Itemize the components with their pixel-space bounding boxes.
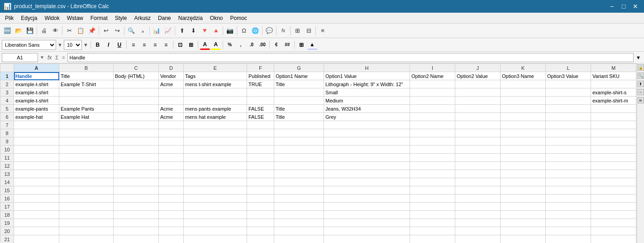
cell-B7[interactable]: [59, 121, 114, 129]
row-header-9[interactable]: 9: [0, 137, 14, 146]
cell-A15[interactable]: [14, 186, 59, 194]
cell-F7[interactable]: [247, 121, 274, 129]
cell-L10[interactable]: [546, 146, 591, 154]
cell-C5[interactable]: [114, 105, 159, 113]
cell-H4[interactable]: Medium: [324, 97, 410, 105]
cell-D20[interactable]: [159, 227, 184, 235]
bold-button[interactable]: B: [93, 40, 103, 50]
cell-D8[interactable]: [159, 129, 184, 137]
cell-D18[interactable]: [159, 211, 184, 219]
merge-cells-button[interactable]: ⊡: [175, 40, 185, 50]
cell-C3[interactable]: [114, 88, 159, 97]
cell-L9[interactable]: [546, 137, 591, 146]
row-header-3[interactable]: 3: [0, 88, 14, 97]
cell-E9[interactable]: [184, 137, 247, 146]
align-center-button[interactable]: ≡: [139, 40, 149, 50]
col-header-F[interactable]: F: [247, 64, 274, 72]
cell-C7[interactable]: [114, 121, 159, 129]
cell-H3[interactable]: Small: [324, 88, 410, 97]
cell-F12[interactable]: [247, 162, 274, 170]
cell-I14[interactable]: [410, 178, 455, 186]
cell-D7[interactable]: [159, 121, 184, 129]
cell-L11[interactable]: [546, 154, 591, 162]
cell-G9[interactable]: [274, 137, 324, 146]
highlight-button[interactable]: A: [211, 40, 221, 50]
cell-G11[interactable]: [274, 154, 324, 162]
cell-C1[interactable]: Body (HTML): [114, 72, 159, 80]
cell-C13[interactable]: [114, 170, 159, 178]
cell-K21[interactable]: [501, 235, 546, 243]
menu-wstaw[interactable]: Wstaw: [64, 14, 86, 23]
cell-C20[interactable]: [114, 227, 159, 235]
filter-button[interactable]: 🔻: [199, 25, 210, 36]
cell-J8[interactable]: [455, 129, 501, 137]
cell-A20[interactable]: [14, 227, 59, 235]
cell-D11[interactable]: [159, 154, 184, 162]
cell-L20[interactable]: [546, 227, 591, 235]
cell-A6[interactable]: example-hat: [14, 113, 59, 121]
cell-H2[interactable]: Lithograph - Height: 9" x Width: 12": [324, 80, 410, 88]
cell-J10[interactable]: [455, 146, 501, 154]
underline-button[interactable]: U: [114, 40, 124, 50]
insert-chart-button[interactable]: 📈: [162, 25, 173, 36]
cell-M15[interactable]: [591, 186, 636, 194]
cell-K2[interactable]: [501, 80, 546, 88]
col-header-L[interactable]: L: [546, 64, 591, 72]
cell-L21[interactable]: [546, 235, 591, 243]
col-header-I[interactable]: I: [410, 64, 455, 72]
cell-F4[interactable]: [247, 97, 274, 105]
cell-K10[interactable]: [501, 146, 546, 154]
sidebar-btn-3[interactable]: ⬆: [638, 81, 644, 87]
find-button[interactable]: 🔍: [126, 25, 137, 36]
cell-M8[interactable]: [591, 129, 636, 137]
cell-C8[interactable]: [114, 129, 159, 137]
formula-button[interactable]: fx: [278, 25, 289, 36]
italic-button[interactable]: I: [104, 40, 114, 50]
cell-G8[interactable]: [274, 129, 324, 137]
formula-input[interactable]: [67, 53, 634, 62]
cell-G7[interactable]: [274, 121, 324, 129]
cell-K19[interactable]: [501, 219, 546, 227]
cell-L16[interactable]: [546, 194, 591, 203]
hyperlink-button[interactable]: 🌐: [250, 25, 261, 36]
cell-J16[interactable]: [455, 194, 501, 203]
cell-H11[interactable]: [324, 154, 410, 162]
sidebar-btn-2[interactable]: 🔍: [638, 73, 644, 79]
cell-F3[interactable]: [247, 88, 274, 97]
cell-B5[interactable]: Example Pants: [59, 105, 114, 113]
cell-I21[interactable]: [410, 235, 455, 243]
cell-G1[interactable]: Option1 Name: [274, 72, 324, 80]
cell-E3[interactable]: [184, 88, 247, 97]
cell-L18[interactable]: [546, 211, 591, 219]
borders-format-button[interactable]: ⊞: [296, 40, 306, 50]
cell-A10[interactable]: [14, 146, 59, 154]
row-header-14[interactable]: 14: [0, 178, 14, 186]
row-header-1[interactable]: 1: [0, 72, 14, 80]
cell-H18[interactable]: [324, 211, 410, 219]
cell-K15[interactable]: [501, 186, 546, 194]
cell-I3[interactable]: [410, 88, 455, 97]
cell-J21[interactable]: [455, 235, 501, 243]
cell-G4[interactable]: [274, 97, 324, 105]
cell-D21[interactable]: [159, 235, 184, 243]
cell-L14[interactable]: [546, 178, 591, 186]
cell-K11[interactable]: [501, 154, 546, 162]
cell-E8[interactable]: [184, 129, 247, 137]
cell-F15[interactable]: [247, 186, 274, 194]
cell-F1[interactable]: Published: [247, 72, 274, 80]
menu-okno[interactable]: Okno: [207, 14, 226, 23]
cell-I13[interactable]: [410, 170, 455, 178]
cell-B3[interactable]: [59, 88, 114, 97]
align-left-button[interactable]: ≡: [129, 40, 138, 50]
cell-reference-input[interactable]: [2, 53, 38, 62]
cell-A7[interactable]: [14, 121, 59, 129]
cell-F17[interactable]: [247, 203, 274, 211]
cell-M7[interactable]: [591, 121, 636, 129]
cell-C16[interactable]: [114, 194, 159, 203]
cell-B1[interactable]: Title: [59, 72, 114, 80]
symbol-button[interactable]: Ω: [239, 25, 249, 36]
cell-I5[interactable]: [410, 105, 455, 113]
row-header-17[interactable]: 17: [0, 203, 14, 211]
new-button[interactable]: 🆕: [2, 25, 13, 36]
cell-G17[interactable]: [274, 203, 324, 211]
